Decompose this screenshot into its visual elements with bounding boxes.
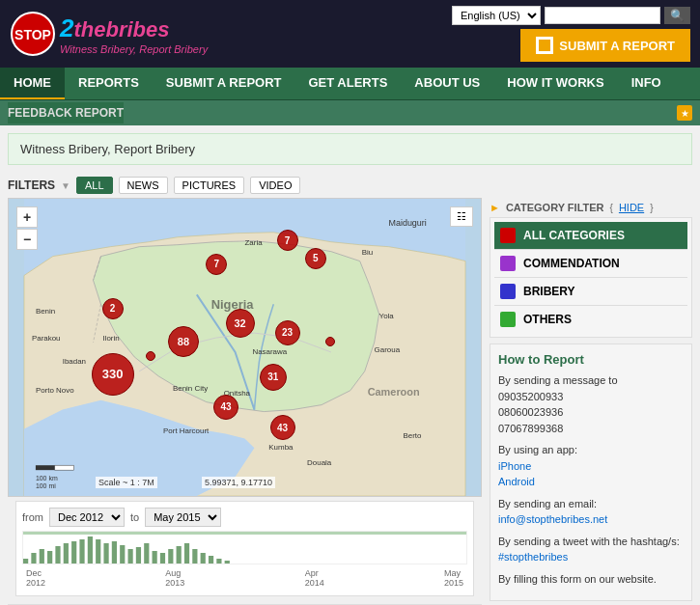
svg-rect-32 [31,553,36,564]
marker-7-north2[interactable]: 7 [206,254,227,275]
bottom-chart-section: 12 [8,600,482,605]
filter-all[interactable]: ALL [76,177,113,194]
android-link[interactable]: Android [498,476,535,487]
page-header: STOP 2 thebribes Witness Bribery, Report… [0,0,700,68]
curly-open: { [610,203,613,213]
svg-text:Benin: Benin [36,307,55,316]
hashtag-link[interactable]: #stopthebribes [498,551,568,563]
svg-rect-37 [71,541,76,564]
svg-text:Benin City: Benin City [173,384,208,393]
nav-reports[interactable]: REPORTS [65,68,153,99]
marker-7-north1[interactable]: 7 [277,230,298,251]
category-filter-title: CATEGORY FILTER [506,202,604,213]
svg-text:Douala: Douala [307,458,332,467]
rss-icon[interactable]: ★ [677,105,692,121]
form-label: By filling this form on our website. [498,573,657,585]
nav-get-alerts[interactable]: GET ALERTS [295,68,402,99]
submit-btn-label: SUBMIT A REPORT [559,39,675,53]
tl-label-may2015: May2015 [444,568,463,588]
marker-2[interactable]: 2 [102,298,124,319]
marker-small2[interactable] [325,337,335,346]
cat-all-color [500,228,516,243]
to-label: to [130,511,139,523]
nav-submit-report[interactable]: SUBMIT A REPORT [153,68,295,99]
cat-others[interactable]: OTHERS [494,306,687,333]
how-tweet: By sending a tweet with the hashtag/s: #… [498,534,684,565]
search-input[interactable] [545,7,660,24]
map-coords: 5.99371, 9.17710 [202,477,275,488]
logo-area: STOP 2 thebribes Witness Bribery, Report… [10,11,208,57]
marker-43-sw[interactable]: 43 [213,395,238,420]
tl-label-apr2014: Apr2014 [305,568,324,588]
coords-label: 5.99371, 9.17710 [205,478,272,487]
svg-rect-34 [47,551,52,564]
svg-rect-39 [88,536,93,564]
how-to-report-title: How to Report [498,352,684,367]
submit-report-button[interactable]: SUBMIT A REPORT [520,29,690,62]
nav-how-it-works[interactable]: HOW IT WORKS [493,68,617,99]
marker-330[interactable]: 330 [92,353,134,396]
svg-text:Parakou: Parakou [32,334,61,343]
marker-43-se[interactable]: 43 [270,415,295,440]
filter-pictures[interactable]: PICTURES [174,177,245,194]
map-layers-button[interactable]: ☷ [450,206,473,227]
filter-video[interactable]: VIDEO [250,177,300,194]
marker-small1[interactable] [146,351,155,361]
cat-bribery-color [500,284,516,299]
sidebar: ► CATEGORY FILTER { HIDE } ALL CATEGORIE… [490,198,692,605]
svg-rect-53 [201,553,206,564]
cat-all-categories[interactable]: ALL CATEGORIES [494,222,687,249]
filter-news[interactable]: NEWS [119,177,168,194]
curly-close: } [650,203,653,213]
svg-rect-54 [209,556,213,564]
cat-others-label: OTHERS [523,313,572,326]
filters-bar: FILTERS ▼ ALL NEWS PICTURES VIDEO [0,173,700,198]
language-select[interactable]: English (US) [452,6,541,25]
marker-31[interactable]: 31 [260,364,287,391]
cat-commendation[interactable]: COMMENDATION [494,250,687,277]
svg-text:Maiduguri: Maiduguri [389,218,427,228]
svg-rect-27 [36,465,55,470]
nav-home[interactable]: HOME [0,68,65,99]
zoom-in-button[interactable]: + [16,206,38,228]
from-date-select[interactable]: Dec 2012 [49,508,125,527]
category-filter-header[interactable]: ► CATEGORY FILTER { HIDE } [490,198,692,217]
hide-link[interactable]: HIDE [619,202,644,213]
timeline-chart [22,531,467,564]
search-button[interactable]: 🔍 [664,7,690,24]
map-section: Maiduguri Zaria Biu Yola Garoua Benin Pa… [8,198,482,605]
svg-rect-45 [136,547,141,564]
zoom-out-button[interactable]: − [16,229,38,250]
svg-rect-52 [192,549,197,564]
svg-text:100 mi: 100 mi [36,482,56,489]
filters-label: FILTERS [8,179,55,192]
nav-info[interactable]: INFO [618,68,675,99]
svg-rect-56 [225,561,230,564]
iphone-link[interactable]: iPhone [498,460,531,472]
email-label: By sending an email: [498,498,597,509]
svg-text:Garoua: Garoua [375,345,401,354]
svg-rect-44 [127,549,132,564]
marker-32[interactable]: 32 [226,309,255,338]
cat-others-color [500,312,516,327]
svg-text:Biu: Biu [362,248,373,257]
how-app: By using an app: iPhone Android [498,442,684,490]
map-container[interactable]: Maiduguri Zaria Biu Yola Garoua Benin Pa… [8,198,482,497]
nav-secondary: FEEDBACK REPORT ★ [0,99,700,125]
phone3: 07067899368 [498,423,563,434]
svg-rect-43 [120,545,125,564]
nav-feedback[interactable]: FEEDBACK REPORT [8,102,124,124]
svg-rect-48 [160,553,165,564]
main-nav: HOME REPORTS SUBMIT A REPORT GET ALERTS … [0,68,700,99]
marker-23[interactable]: 23 [275,320,300,345]
svg-rect-33 [40,549,44,564]
svg-rect-47 [153,551,157,564]
marker-88[interactable]: 88 [168,326,199,357]
marker-5[interactable]: 5 [305,248,326,269]
nav-about-us[interactable]: ABOUT US [401,68,493,99]
cat-bribery-label: BRIBERY [523,285,575,298]
to-date-select[interactable]: May 2015 [145,508,221,527]
tweet-label: By sending a tweet with the hashtag/s: [498,536,680,547]
email-link[interactable]: info@stopthebribes.net [498,513,607,525]
cat-bribery[interactable]: BRIBERY [494,278,687,305]
